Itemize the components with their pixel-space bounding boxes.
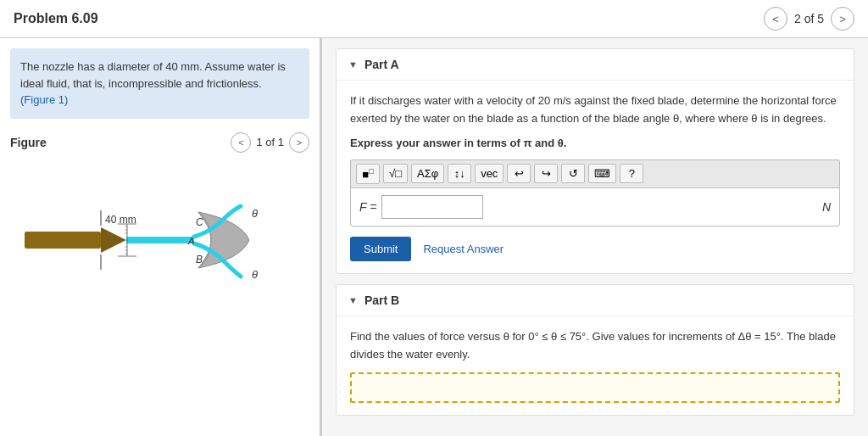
action-row: Submit Request Answer — [350, 237, 840, 261]
math-btn-fraction[interactable]: ■□ — [356, 164, 380, 184]
figure-label: Figure — [10, 136, 47, 149]
svg-text:θ: θ — [252, 268, 258, 281]
math-toolbar: ■□ √□ ΑΣφ ↕↓ vec ↩ ↪ ↺ ⌨ ? — [350, 159, 840, 187]
figure-header: Figure < 1 of 1 > — [10, 132, 309, 153]
math-unit: N — [822, 200, 831, 214]
math-btn-keyboard[interactable]: ⌨ — [588, 164, 616, 183]
figure-link[interactable]: (Figure 1) — [20, 93, 68, 106]
math-label: F = — [359, 200, 376, 214]
part-a-description: If it discharges water with a velocity o… — [350, 92, 840, 128]
svg-text:A: A — [187, 236, 194, 246]
figure-prev-button[interactable]: < — [231, 132, 251, 153]
right-panel: ▼ Part A If it discharges water with a v… — [322, 38, 868, 436]
svg-text:B: B — [196, 254, 203, 266]
figure-section: Figure < 1 of 1 > — [0, 132, 320, 329]
express-line: Express your answer in terms of π and θ. — [350, 137, 840, 149]
problem-description-text: The nozzle has a diameter of 40 mm. Assu… — [20, 60, 286, 90]
part-b-section: ▼ Part B Find the values of force versus… — [336, 284, 854, 416]
problem-title: Problem 6.09 — [14, 11, 98, 26]
left-panel: The nozzle has a diameter of 40 mm. Assu… — [0, 38, 322, 436]
math-btn-arrows[interactable]: ↕↓ — [448, 164, 471, 183]
part-b-header[interactable]: ▼ Part B — [337, 285, 854, 316]
main-layout: The nozzle has a diameter of 40 mm. Assu… — [0, 38, 868, 436]
math-btn-sqrt[interactable]: √□ — [383, 164, 408, 183]
figure-svg: 40 mm C A B θ θ — [16, 159, 304, 329]
part-b-collapse-icon: ▼ — [348, 295, 358, 305]
math-btn-redo[interactable]: ↪ — [534, 164, 558, 183]
svg-rect-2 — [126, 237, 194, 243]
part-a-collapse-icon: ▼ — [348, 59, 358, 70]
math-answer-input[interactable] — [381, 195, 483, 219]
figure-nav: < 1 of 1 > — [231, 132, 309, 153]
figure-next-button[interactable]: > — [289, 132, 309, 153]
part-b-body: Find the values of force versus θ for 0°… — [337, 316, 854, 415]
part-a-section: ▼ Part A If it discharges water with a v… — [336, 48, 854, 274]
figure-page-indicator: 1 of 1 — [256, 136, 284, 148]
part-a-header[interactable]: ▼ Part A — [337, 49, 854, 81]
request-answer-link[interactable]: Request Answer — [423, 243, 504, 255]
part-a-body: If it discharges water with a velocity o… — [337, 81, 854, 273]
figure-image-area: 40 mm C A B θ θ — [10, 159, 309, 329]
math-btn-undo[interactable]: ↩ — [507, 164, 531, 183]
math-btn-refresh[interactable]: ↺ — [561, 164, 585, 183]
svg-marker-1 — [101, 227, 126, 253]
submit-button[interactable]: Submit — [350, 237, 411, 261]
part-a-title: Part A — [364, 58, 399, 71]
part-b-answer-box[interactable] — [350, 372, 840, 403]
svg-text:θ: θ — [252, 207, 258, 220]
prev-problem-button[interactable]: < — [764, 7, 787, 31]
top-bar: Problem 6.09 < 2 of 5 > — [0, 0, 868, 38]
page-indicator: 2 of 5 — [794, 12, 824, 25]
svg-text:C: C — [196, 216, 203, 228]
svg-rect-0 — [25, 232, 101, 249]
problem-description-box: The nozzle has a diameter of 40 mm. Assu… — [10, 48, 309, 119]
next-problem-button[interactable]: > — [831, 7, 854, 31]
math-input-row: F = N — [350, 187, 840, 226]
part-b-description: Find the values of force versus θ for 0°… — [350, 328, 840, 364]
nav-controls: < 2 of 5 > — [764, 7, 854, 31]
math-btn-vec[interactable]: vec — [475, 164, 504, 183]
math-btn-help[interactable]: ? — [620, 164, 643, 183]
math-btn-alpha-sigma[interactable]: ΑΣφ — [411, 164, 444, 183]
part-b-title: Part B — [364, 293, 399, 307]
